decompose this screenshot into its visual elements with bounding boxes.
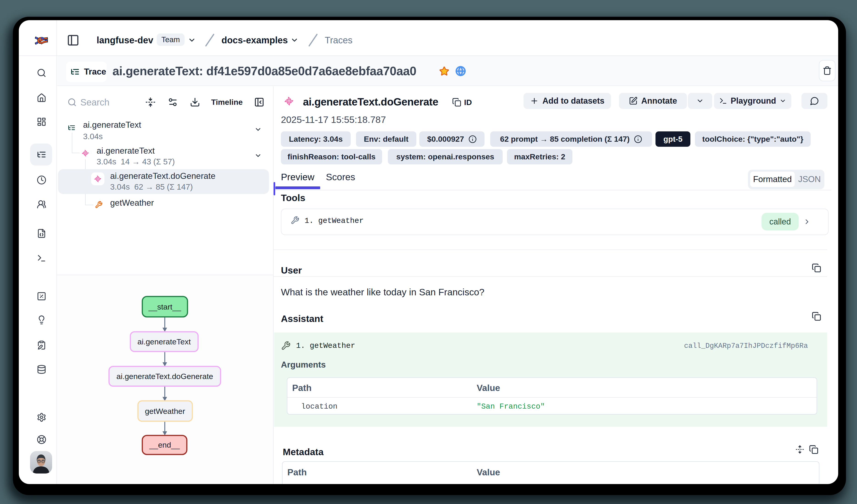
svg-text:getWeather: getWeather [145,407,185,416]
svg-text:__end__: __end__ [149,440,180,449]
svg-text:ai.generateText: ai.generateText [137,337,191,346]
svg-text:ai.generateText.doGenerate: ai.generateText.doGenerate [116,372,213,381]
svg-text:__start__: __start__ [148,302,181,311]
